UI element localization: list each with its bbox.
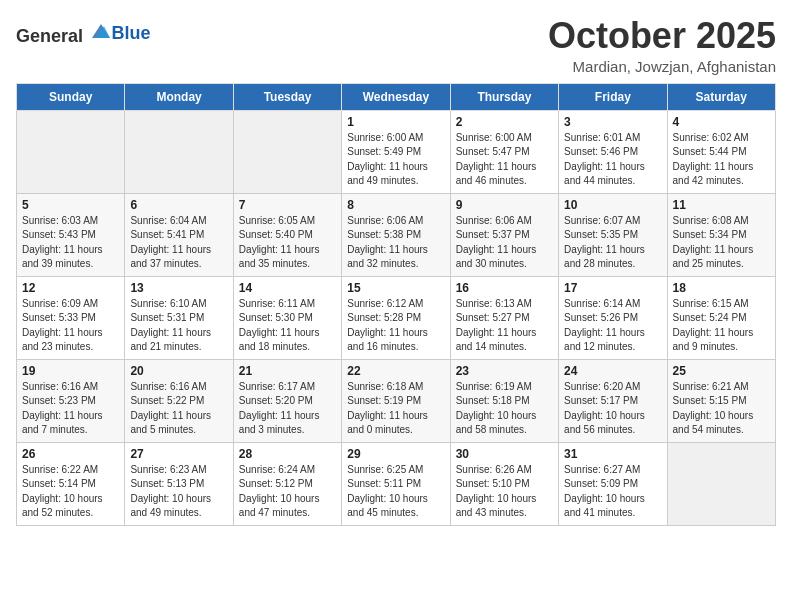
- logo-icon: [90, 20, 112, 42]
- day-info: Sunrise: 6:07 AM Sunset: 5:35 PM Dayligh…: [564, 214, 661, 272]
- day-info: Sunrise: 6:09 AM Sunset: 5:33 PM Dayligh…: [22, 297, 119, 355]
- weekday-friday: Friday: [559, 83, 667, 110]
- day-number: 16: [456, 281, 553, 295]
- day-info: Sunrise: 6:18 AM Sunset: 5:19 PM Dayligh…: [347, 380, 444, 438]
- day-number: 28: [239, 447, 336, 461]
- day-info: Sunrise: 6:14 AM Sunset: 5:26 PM Dayligh…: [564, 297, 661, 355]
- day-number: 14: [239, 281, 336, 295]
- calendar-cell: 16Sunrise: 6:13 AM Sunset: 5:27 PM Dayli…: [450, 276, 558, 359]
- day-info: Sunrise: 6:27 AM Sunset: 5:09 PM Dayligh…: [564, 463, 661, 521]
- calendar-cell: 9Sunrise: 6:06 AM Sunset: 5:37 PM Daylig…: [450, 193, 558, 276]
- day-number: 19: [22, 364, 119, 378]
- day-number: 21: [239, 364, 336, 378]
- day-number: 3: [564, 115, 661, 129]
- day-number: 7: [239, 198, 336, 212]
- calendar-cell: 29Sunrise: 6:25 AM Sunset: 5:11 PM Dayli…: [342, 442, 450, 525]
- calendar-cell: 22Sunrise: 6:18 AM Sunset: 5:19 PM Dayli…: [342, 359, 450, 442]
- calendar-cell: 4Sunrise: 6:02 AM Sunset: 5:44 PM Daylig…: [667, 110, 775, 193]
- logo-general: General: [16, 26, 83, 46]
- calendar-week-5: 26Sunrise: 6:22 AM Sunset: 5:14 PM Dayli…: [17, 442, 776, 525]
- weekday-wednesday: Wednesday: [342, 83, 450, 110]
- day-info: Sunrise: 6:25 AM Sunset: 5:11 PM Dayligh…: [347, 463, 444, 521]
- day-number: 5: [22, 198, 119, 212]
- day-info: Sunrise: 6:13 AM Sunset: 5:27 PM Dayligh…: [456, 297, 553, 355]
- day-number: 13: [130, 281, 227, 295]
- day-info: Sunrise: 6:08 AM Sunset: 5:34 PM Dayligh…: [673, 214, 770, 272]
- day-number: 27: [130, 447, 227, 461]
- day-info: Sunrise: 6:00 AM Sunset: 5:47 PM Dayligh…: [456, 131, 553, 189]
- day-number: 17: [564, 281, 661, 295]
- calendar-cell: 15Sunrise: 6:12 AM Sunset: 5:28 PM Dayli…: [342, 276, 450, 359]
- day-number: 11: [673, 198, 770, 212]
- day-number: 18: [673, 281, 770, 295]
- day-info: Sunrise: 6:17 AM Sunset: 5:20 PM Dayligh…: [239, 380, 336, 438]
- day-info: Sunrise: 6:22 AM Sunset: 5:14 PM Dayligh…: [22, 463, 119, 521]
- calendar-cell: 31Sunrise: 6:27 AM Sunset: 5:09 PM Dayli…: [559, 442, 667, 525]
- calendar-cell: 25Sunrise: 6:21 AM Sunset: 5:15 PM Dayli…: [667, 359, 775, 442]
- day-info: Sunrise: 6:23 AM Sunset: 5:13 PM Dayligh…: [130, 463, 227, 521]
- day-info: Sunrise: 6:02 AM Sunset: 5:44 PM Dayligh…: [673, 131, 770, 189]
- day-info: Sunrise: 6:15 AM Sunset: 5:24 PM Dayligh…: [673, 297, 770, 355]
- day-number: 2: [456, 115, 553, 129]
- calendar-cell: [667, 442, 775, 525]
- day-info: Sunrise: 6:20 AM Sunset: 5:17 PM Dayligh…: [564, 380, 661, 438]
- day-number: 12: [22, 281, 119, 295]
- day-number: 10: [564, 198, 661, 212]
- day-number: 9: [456, 198, 553, 212]
- calendar-cell: 3Sunrise: 6:01 AM Sunset: 5:46 PM Daylig…: [559, 110, 667, 193]
- calendar-cell: 1Sunrise: 6:00 AM Sunset: 5:49 PM Daylig…: [342, 110, 450, 193]
- day-info: Sunrise: 6:26 AM Sunset: 5:10 PM Dayligh…: [456, 463, 553, 521]
- weekday-header-row: SundayMondayTuesdayWednesdayThursdayFrid…: [17, 83, 776, 110]
- day-number: 22: [347, 364, 444, 378]
- day-number: 15: [347, 281, 444, 295]
- day-number: 1: [347, 115, 444, 129]
- day-info: Sunrise: 6:16 AM Sunset: 5:23 PM Dayligh…: [22, 380, 119, 438]
- logo: General Blue: [16, 20, 151, 47]
- weekday-thursday: Thursday: [450, 83, 558, 110]
- weekday-saturday: Saturday: [667, 83, 775, 110]
- calendar-cell: 18Sunrise: 6:15 AM Sunset: 5:24 PM Dayli…: [667, 276, 775, 359]
- calendar-cell: [17, 110, 125, 193]
- day-number: 26: [22, 447, 119, 461]
- calendar-cell: 19Sunrise: 6:16 AM Sunset: 5:23 PM Dayli…: [17, 359, 125, 442]
- day-info: Sunrise: 6:05 AM Sunset: 5:40 PM Dayligh…: [239, 214, 336, 272]
- calendar-cell: 10Sunrise: 6:07 AM Sunset: 5:35 PM Dayli…: [559, 193, 667, 276]
- weekday-sunday: Sunday: [17, 83, 125, 110]
- day-number: 8: [347, 198, 444, 212]
- day-info: Sunrise: 6:00 AM Sunset: 5:49 PM Dayligh…: [347, 131, 444, 189]
- calendar-cell: 2Sunrise: 6:00 AM Sunset: 5:47 PM Daylig…: [450, 110, 558, 193]
- calendar-cell: 17Sunrise: 6:14 AM Sunset: 5:26 PM Dayli…: [559, 276, 667, 359]
- day-info: Sunrise: 6:06 AM Sunset: 5:38 PM Dayligh…: [347, 214, 444, 272]
- day-info: Sunrise: 6:19 AM Sunset: 5:18 PM Dayligh…: [456, 380, 553, 438]
- day-info: Sunrise: 6:24 AM Sunset: 5:12 PM Dayligh…: [239, 463, 336, 521]
- day-info: Sunrise: 6:01 AM Sunset: 5:46 PM Dayligh…: [564, 131, 661, 189]
- calendar-cell: 7Sunrise: 6:05 AM Sunset: 5:40 PM Daylig…: [233, 193, 341, 276]
- calendar-table: SundayMondayTuesdayWednesdayThursdayFrid…: [16, 83, 776, 526]
- day-info: Sunrise: 6:10 AM Sunset: 5:31 PM Dayligh…: [130, 297, 227, 355]
- calendar-cell: 30Sunrise: 6:26 AM Sunset: 5:10 PM Dayli…: [450, 442, 558, 525]
- title-block: October 2025 Mardian, Jowzjan, Afghanist…: [548, 16, 776, 75]
- calendar-cell: 23Sunrise: 6:19 AM Sunset: 5:18 PM Dayli…: [450, 359, 558, 442]
- calendar-cell: [233, 110, 341, 193]
- logo-blue: Blue: [112, 23, 151, 43]
- day-info: Sunrise: 6:03 AM Sunset: 5:43 PM Dayligh…: [22, 214, 119, 272]
- calendar-cell: 6Sunrise: 6:04 AM Sunset: 5:41 PM Daylig…: [125, 193, 233, 276]
- calendar-cell: [125, 110, 233, 193]
- weekday-tuesday: Tuesday: [233, 83, 341, 110]
- calendar-cell: 13Sunrise: 6:10 AM Sunset: 5:31 PM Dayli…: [125, 276, 233, 359]
- weekday-monday: Monday: [125, 83, 233, 110]
- calendar-cell: 27Sunrise: 6:23 AM Sunset: 5:13 PM Dayli…: [125, 442, 233, 525]
- page-header: General Blue October 2025 Mardian, Jowzj…: [16, 16, 776, 75]
- day-number: 20: [130, 364, 227, 378]
- calendar-body: 1Sunrise: 6:00 AM Sunset: 5:49 PM Daylig…: [17, 110, 776, 525]
- day-number: 4: [673, 115, 770, 129]
- calendar-cell: 20Sunrise: 6:16 AM Sunset: 5:22 PM Dayli…: [125, 359, 233, 442]
- day-number: 23: [456, 364, 553, 378]
- calendar-cell: 26Sunrise: 6:22 AM Sunset: 5:14 PM Dayli…: [17, 442, 125, 525]
- day-info: Sunrise: 6:04 AM Sunset: 5:41 PM Dayligh…: [130, 214, 227, 272]
- calendar-week-4: 19Sunrise: 6:16 AM Sunset: 5:23 PM Dayli…: [17, 359, 776, 442]
- day-info: Sunrise: 6:11 AM Sunset: 5:30 PM Dayligh…: [239, 297, 336, 355]
- day-info: Sunrise: 6:12 AM Sunset: 5:28 PM Dayligh…: [347, 297, 444, 355]
- day-number: 31: [564, 447, 661, 461]
- calendar-week-2: 5Sunrise: 6:03 AM Sunset: 5:43 PM Daylig…: [17, 193, 776, 276]
